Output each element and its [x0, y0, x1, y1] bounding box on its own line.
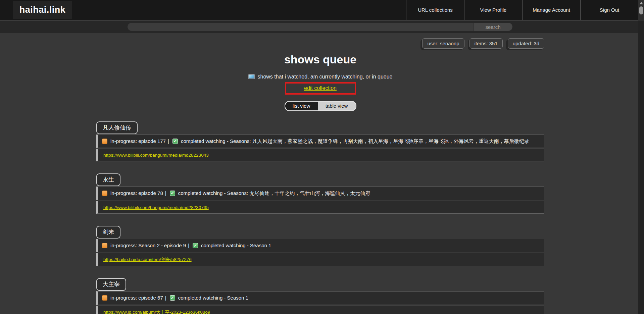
- show-url-link[interactable]: https://www.iq.com/album/大主宰-2023-123o36…: [103, 310, 210, 314]
- search-input[interactable]: [128, 23, 473, 31]
- edit-collection-link[interactable]: edit collection: [304, 85, 337, 91]
- show-card: 大主宰 in-progress: episode 67|completed wa…: [96, 278, 544, 314]
- show-status-row: in-progress: Season 2 - episode 9|comple…: [96, 239, 544, 253]
- show-card: 永生 in-progress: episode 78|completed wat…: [96, 173, 544, 214]
- nav-item-view-profile[interactable]: View Profile: [464, 0, 522, 20]
- meta-badge: updated: 3d: [508, 38, 544, 49]
- view-toggle: list view table view: [285, 101, 356, 111]
- collection-description: shows that i watched, am currently watch…: [96, 74, 544, 80]
- show-status-row: in-progress: episode 67|completed watchi…: [96, 291, 544, 305]
- nav-item-sign-out[interactable]: Sign Out: [580, 0, 638, 20]
- search-bar: search: [128, 23, 512, 31]
- status-separator: |: [165, 190, 166, 196]
- show-title: 大主宰: [103, 281, 120, 287]
- show-link-row: https://www.iq.com/album/大主宰-2023-123o36…: [96, 306, 544, 314]
- in-progress-icon: [102, 295, 107, 301]
- show-link-row: https://www.bilibili.com/bangumi/media/m…: [96, 201, 544, 214]
- top-navbar: haihai.link URL collectionsView ProfileM…: [0, 0, 644, 20]
- show-url-link[interactable]: https://www.bilibili.com/bangumi/media/m…: [103, 205, 209, 210]
- show-completed-text: completed watching - Season 1: [201, 243, 271, 248]
- show-progress-text: in-progress: episode 67: [110, 295, 163, 301]
- nav-item-url-collections[interactable]: URL collections: [406, 0, 464, 20]
- main-content: user: senaonpitems: 351updated: 3d shows…: [0, 33, 644, 314]
- page-title: shows queue: [96, 53, 544, 66]
- scrollbar-thumb[interactable]: [639, 6, 643, 14]
- show-title-tab: 大主宰: [96, 278, 126, 291]
- show-completed-text: completed watching - Seasons: 无尽仙途，十年之约，…: [178, 190, 370, 196]
- show-card: 凡人修仙传 in-progress: episode 177|completed…: [96, 121, 544, 162]
- tv-icon: [248, 74, 255, 79]
- show-title: 剑来: [103, 229, 114, 235]
- in-progress-icon: [102, 191, 107, 196]
- show-link-row: https://baike.baidu.com/item/剑来/58257276: [96, 253, 544, 266]
- scroll-up-arrow-icon[interactable]: [640, 2, 643, 4]
- show-title-tab: 剑来: [96, 226, 120, 239]
- completed-check-icon: [172, 139, 178, 144]
- in-progress-icon: [102, 243, 107, 248]
- show-url-link[interactable]: https://baike.baidu.com/item/剑来/58257276: [103, 257, 192, 262]
- show-title-tab: 永生: [96, 173, 120, 186]
- meta-badge: items: 351: [469, 38, 503, 49]
- completed-check-icon: [170, 191, 175, 196]
- nav-menu: URL collectionsView ProfileManage Accoun…: [406, 0, 638, 20]
- status-separator: |: [188, 243, 189, 248]
- show-status-row: in-progress: episode 78|completed watchi…: [96, 187, 544, 200]
- show-card: 剑来 in-progress: Season 2 - episode 9|com…: [96, 226, 544, 266]
- completed-check-icon: [193, 243, 198, 248]
- show-progress-text: in-progress: episode 78: [110, 190, 163, 196]
- meta-badge: user: senaonp: [422, 38, 464, 49]
- show-completed-text: completed watching - Seasons: 凡人风起天南，燕家堡…: [181, 138, 529, 144]
- show-link-row: https://www.bilibili.com/bangumi/media/m…: [96, 149, 544, 161]
- completed-check-icon: [170, 295, 175, 301]
- in-progress-icon: [102, 139, 107, 144]
- shows-list: 凡人修仙传 in-progress: episode 177|completed…: [96, 121, 544, 314]
- search-row: search: [0, 20, 644, 33]
- meta-badges: user: senaonpitems: 351updated: 3d: [96, 38, 544, 49]
- show-url-link[interactable]: https://www.bilibili.com/bangumi/media/m…: [103, 153, 209, 158]
- site-logo-text: haihai.link: [19, 5, 66, 15]
- list-view-button[interactable]: list view: [285, 102, 318, 110]
- show-status-row: in-progress: episode 177|completed watch…: [96, 135, 544, 148]
- nav-item-manage-account[interactable]: Manage Account: [522, 0, 580, 20]
- table-view-button[interactable]: table view: [318, 102, 356, 110]
- show-title: 凡人修仙传: [103, 124, 131, 131]
- show-progress-text: in-progress: episode 177: [110, 138, 166, 144]
- status-separator: |: [168, 138, 169, 144]
- status-separator: |: [165, 295, 166, 301]
- collection-description-text: shows that i watched, am currently watch…: [258, 74, 393, 80]
- show-title: 永生: [103, 176, 114, 183]
- show-completed-text: completed watching - Season 1: [178, 295, 248, 301]
- site-logo[interactable]: haihai.link: [13, 1, 72, 19]
- edit-collection-highlight-box: edit collection: [285, 82, 356, 95]
- show-progress-text: in-progress: Season 2 - episode 9: [110, 243, 186, 248]
- search-button[interactable]: search: [473, 23, 512, 31]
- show-title-tab: 凡人修仙传: [96, 121, 138, 134]
- scrollbar[interactable]: [638, 0, 644, 314]
